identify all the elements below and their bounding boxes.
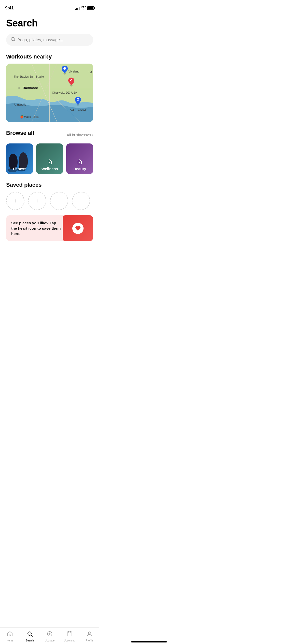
- svg-point-15: [71, 80, 72, 81]
- wifi-icon: [81, 6, 86, 10]
- category-card-beauty[interactable]: Beauty: [66, 143, 93, 174]
- saved-circle-4[interactable]: +: [72, 192, 90, 210]
- workouts-nearby-title: Workouts nearby: [6, 53, 93, 60]
- saved-circle-1[interactable]: +: [6, 192, 24, 210]
- saved-circle-3[interactable]: +: [50, 192, 68, 210]
- promo-icon-area: [63, 215, 93, 241]
- all-businesses-label: All businesses: [67, 133, 91, 137]
- beauty-card-overlay: Beauty: [66, 143, 93, 174]
- browse-all-section: Browse all All businesses ›: [6, 130, 93, 174]
- promo-text: See places you like? Tap the heart icon …: [11, 220, 62, 236]
- fitness-card-overlay: Fitness: [6, 143, 33, 174]
- svg-point-9: [71, 71, 72, 72]
- status-time: 9:41: [5, 6, 14, 11]
- wellness-lock-icon: [47, 159, 52, 166]
- svg-point-28: [49, 162, 50, 163]
- baltimore-label: Baltimore: [23, 86, 38, 90]
- annapolis-label: Annapolis: [14, 103, 26, 106]
- search-bar[interactable]: [6, 34, 93, 46]
- browse-all-title: Browse all: [6, 130, 34, 136]
- kalfl-label: Kal-Fl CrossFit: [70, 108, 88, 111]
- category-card-wellness[interactable]: Wellness: [36, 143, 63, 174]
- saved-places-section: Saved places + + + + +: [6, 182, 93, 210]
- battery-icon: [87, 6, 94, 10]
- vineland-label: Vineland: [69, 70, 79, 73]
- chevron-right-icon: ›: [92, 133, 93, 137]
- stables-label: The Stables Spin Studio: [14, 75, 44, 78]
- saved-circle-2[interactable]: +: [28, 192, 46, 210]
- svg-point-18: [77, 99, 79, 100]
- wellness-label: Wellness: [42, 167, 58, 171]
- main-content: Search Workouts nearby: [0, 13, 99, 241]
- svg-line-1: [14, 40, 15, 41]
- heart-icon: [72, 223, 84, 234]
- saved-places-title: Saved places: [6, 182, 93, 188]
- maps-logo-text: Maps: [24, 115, 31, 118]
- page-title: Search: [6, 18, 93, 29]
- status-icons: [75, 6, 94, 10]
- category-cards: Fitness Wellness: [6, 143, 93, 174]
- legal-text: Legal: [33, 115, 39, 118]
- search-bar-icon: [11, 37, 15, 43]
- wellness-card-overlay: Wellness: [36, 143, 63, 174]
- svg-text:🍎: 🍎: [20, 115, 24, 119]
- status-bar: 9:41: [0, 0, 99, 13]
- svg-point-19: [89, 72, 89, 72]
- browse-header: Browse all All businesses ›: [6, 130, 93, 140]
- promo-banner: See places you like? Tap the heart icon …: [6, 215, 93, 241]
- search-input[interactable]: [18, 38, 89, 42]
- svg-point-30: [79, 162, 80, 163]
- signal-bars-icon: [75, 6, 79, 10]
- beauty-lock-icon: [77, 159, 82, 166]
- map-container[interactable]: The Stables Spin Studio Vineland · Balti…: [6, 64, 93, 122]
- cheswold-label: Cheswold, DE, USA: [52, 91, 77, 94]
- category-card-fitness[interactable]: Fitness: [6, 143, 33, 174]
- saved-circles-row: + + + + +: [6, 192, 93, 210]
- workouts-nearby-section: Workouts nearby The Stables Spin Studio …: [6, 53, 93, 122]
- all-businesses-link[interactable]: All businesses ›: [67, 133, 93, 137]
- map-label-a: A: [90, 70, 93, 74]
- fitness-label: Fitness: [13, 167, 26, 171]
- beauty-label: Beauty: [73, 167, 86, 171]
- svg-point-12: [63, 67, 66, 70]
